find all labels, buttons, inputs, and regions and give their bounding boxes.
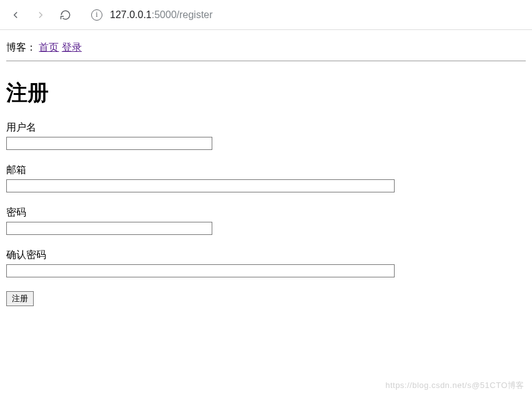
email-label: 邮箱 <box>6 164 526 177</box>
username-label: 用户名 <box>6 121 526 134</box>
page-content: 博客： 首页 登录 注册 用户名 邮箱 密码 确认密码 注册 <box>0 30 532 312</box>
password-input[interactable] <box>6 222 212 235</box>
register-form: 用户名 邮箱 密码 确认密码 注册 <box>6 121 526 306</box>
url-port: :5000 <box>152 9 177 21</box>
confirm-password-label: 确认密码 <box>6 249 526 262</box>
forward-icon[interactable] <box>30 4 51 26</box>
browser-toolbar: i 127.0.0.1:5000/register <box>0 0 532 30</box>
email-input[interactable] <box>6 179 395 192</box>
confirm-password-input[interactable] <box>6 264 395 277</box>
address-bar[interactable]: i 127.0.0.1:5000/register <box>85 6 527 24</box>
username-field: 用户名 <box>6 121 526 150</box>
email-field: 邮箱 <box>6 164 526 192</box>
password-label: 密码 <box>6 206 526 219</box>
reload-icon[interactable] <box>55 4 76 26</box>
password-field: 密码 <box>6 206 526 235</box>
login-link[interactable]: 登录 <box>62 42 82 52</box>
site-label: 博客： <box>6 42 36 52</box>
site-header: 博客： 首页 登录 <box>6 36 526 61</box>
back-icon[interactable] <box>5 4 26 26</box>
username-input[interactable] <box>6 137 212 150</box>
submit-button[interactable]: 注册 <box>6 291 34 306</box>
info-icon: i <box>91 9 102 21</box>
home-link[interactable]: 首页 <box>39 42 59 52</box>
url-path: /register <box>177 9 213 21</box>
url-host: 127.0.0.1 <box>110 9 152 21</box>
confirm-password-field: 确认密码 <box>6 249 526 277</box>
page-title: 注册 <box>6 79 526 107</box>
